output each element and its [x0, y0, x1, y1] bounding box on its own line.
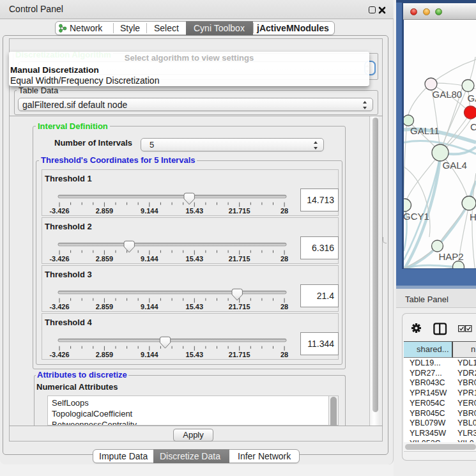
svg-text:28: 28 [280, 303, 288, 311]
svg-text:21.715: 21.715 [229, 207, 250, 215]
svg-text:GAL4: GAL4 [443, 160, 467, 171]
svg-text:C: C [470, 121, 476, 132]
svg-text:15.43: 15.43 [186, 255, 204, 263]
svg-text:21.715: 21.715 [229, 303, 250, 311]
svg-text:2.859: 2.859 [96, 207, 114, 215]
svg-text:GCY1: GCY1 [404, 211, 429, 222]
svg-text:9.144: 9.144 [141, 303, 158, 311]
svg-text:HAP2: HAP2 [439, 251, 464, 262]
svg-text:2.859: 2.859 [96, 303, 114, 311]
svg-text:2.859: 2.859 [96, 351, 114, 358]
svg-text:9.144: 9.144 [141, 207, 158, 215]
svg-text:9.144: 9.144 [141, 255, 158, 263]
svg-text:21.715: 21.715 [229, 255, 250, 263]
svg-text:28: 28 [280, 255, 288, 263]
svg-text:15.43: 15.43 [186, 351, 204, 358]
svg-text:GA: GA [468, 93, 476, 104]
svg-text:GAL11: GAL11 [410, 125, 440, 136]
svg-text:-3.426: -3.426 [49, 351, 69, 358]
svg-text:21.715: 21.715 [229, 351, 250, 358]
svg-text:-3.426: -3.426 [49, 303, 69, 311]
svg-text:GAL80: GAL80 [433, 89, 463, 100]
svg-text:9.144: 9.144 [141, 351, 158, 358]
svg-text:15.43: 15.43 [186, 303, 204, 311]
svg-text:2.859: 2.859 [96, 255, 114, 263]
svg-text:H: H [470, 211, 476, 222]
svg-text:28: 28 [280, 207, 288, 215]
svg-text:-3.426: -3.426 [49, 255, 69, 263]
svg-text:-3.426: -3.426 [49, 207, 69, 215]
svg-text:28: 28 [280, 351, 288, 358]
svg-text:15.43: 15.43 [186, 207, 204, 215]
